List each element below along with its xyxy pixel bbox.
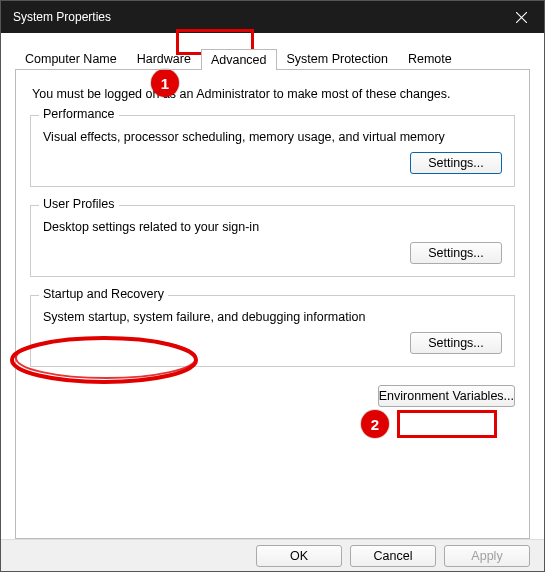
legend-startup-recovery: Startup and Recovery [39, 287, 168, 301]
legend-performance: Performance [39, 107, 119, 121]
startup-recovery-settings-button[interactable]: Settings... [410, 332, 502, 354]
close-button[interactable] [498, 1, 544, 33]
close-icon [516, 12, 527, 23]
cancel-button[interactable]: Cancel [350, 545, 436, 567]
system-properties-window: System Properties Computer Name Hardware… [0, 0, 545, 572]
intro-text: You must be logged on as an Administrato… [32, 87, 515, 101]
group-startup-recovery: Startup and Recovery System startup, sys… [30, 295, 515, 367]
titlebar: System Properties [1, 1, 544, 33]
performance-description: Visual effects, processor scheduling, me… [43, 130, 502, 144]
tab-remote[interactable]: Remote [398, 48, 462, 69]
dialog-body: Computer Name Hardware Advanced System P… [1, 33, 544, 539]
legend-user-profiles: User Profiles [39, 197, 119, 211]
environment-variables-button[interactable]: Environment Variables... [378, 385, 515, 407]
tab-strip: Computer Name Hardware Advanced System P… [15, 47, 530, 69]
performance-settings-button[interactable]: Settings... [410, 152, 502, 174]
ok-button[interactable]: OK [256, 545, 342, 567]
tab-system-protection[interactable]: System Protection [277, 48, 398, 69]
dialog-footer: OK Cancel Apply [1, 539, 544, 571]
tab-advanced[interactable]: Advanced [201, 49, 277, 70]
apply-button[interactable]: Apply [444, 545, 530, 567]
advanced-pane: You must be logged on as an Administrato… [15, 69, 530, 539]
window-title: System Properties [13, 10, 498, 24]
startup-recovery-description: System startup, system failure, and debu… [43, 310, 502, 324]
user-profiles-settings-button[interactable]: Settings... [410, 242, 502, 264]
tab-computer-name[interactable]: Computer Name [15, 48, 127, 69]
user-profiles-description: Desktop settings related to your sign-in [43, 220, 502, 234]
tab-hardware[interactable]: Hardware [127, 48, 201, 69]
group-performance: Performance Visual effects, processor sc… [30, 115, 515, 187]
group-user-profiles: User Profiles Desktop settings related t… [30, 205, 515, 277]
